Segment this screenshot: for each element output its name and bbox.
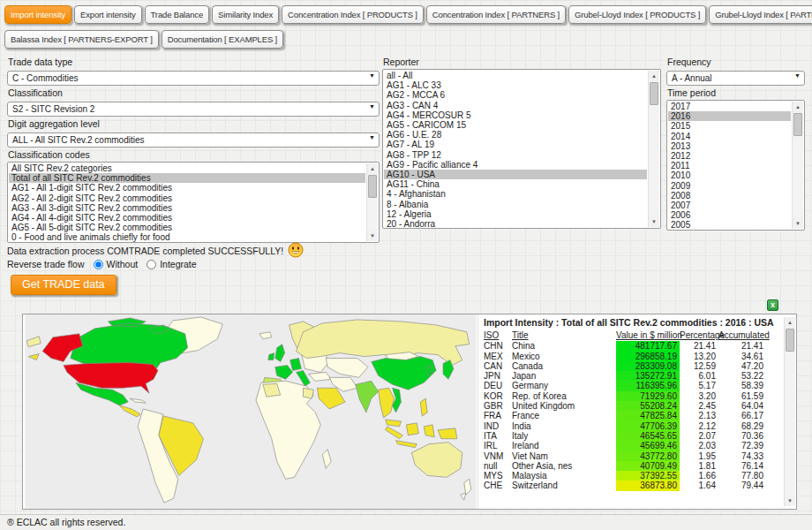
- frequency-select[interactable]: A - Annual: [666, 71, 805, 86]
- table-row: FRA France 47825.84 2.13 66.17: [484, 411, 784, 420]
- tab[interactable]: Concentration Index [ PARTNERS ]: [426, 5, 566, 24]
- classification-select[interactable]: S2 - SITC Revision 2: [7, 102, 380, 117]
- scrollbar[interactable]: ▲ ▼: [792, 102, 803, 229]
- tab[interactable]: Documentation [ EXAMPLES ]: [162, 30, 283, 49]
- list-option[interactable]: AG10 - USA: [384, 170, 647, 179]
- table-row: CHE Switzerland 36873.80 1.64 79.44: [484, 481, 784, 490]
- list-option[interactable]: AG9 - Pacific alliance 4: [384, 160, 647, 170]
- results-table: Import Intensity : Total of all SITC Rev…: [478, 314, 796, 509]
- cell-iso: MEX: [484, 352, 512, 361]
- reporter-column: Reporter ▲ ▼ all - AllAG1 - ALC 33AG2 - …: [382, 55, 661, 229]
- list-option[interactable]: 2007: [668, 201, 791, 210]
- list-option[interactable]: 2015: [668, 121, 791, 131]
- list-option[interactable]: AG3 - All 3-digit SITC Rev.2 commodities: [9, 203, 365, 213]
- list-option[interactable]: AG2 - MCCA 6: [384, 90, 647, 100]
- tab[interactable]: Import intensity: [4, 5, 71, 24]
- table-row: DEU Germany 116395.96 5.17 58.39: [484, 381, 784, 390]
- cell-value: 36873.80: [616, 481, 680, 490]
- scrollbar[interactable]: ▲ ▼: [366, 163, 378, 241]
- scrollbar[interactable]: ▲ ▼: [784, 317, 795, 506]
- trade-data-type-select[interactable]: C - Commodities: [7, 71, 380, 86]
- tab[interactable]: Concentration Index [ PRODUCTS ]: [282, 5, 424, 24]
- list-option[interactable]: 2005: [668, 220, 791, 230]
- cell-accumulated: 77.80: [718, 471, 766, 481]
- tab[interactable]: Trade Balance: [145, 5, 210, 24]
- list-option[interactable]: 8 - Albania: [384, 200, 647, 209]
- list-option[interactable]: 4 - Afghanistan: [384, 189, 647, 199]
- list-option[interactable]: AG8 - TPP 12: [384, 150, 647, 160]
- list-option[interactable]: AG4 - MERCOSUR 5: [384, 110, 647, 120]
- header-accumulated[interactable]: Accumulated: [718, 330, 766, 340]
- list-option[interactable]: AG7 - AL 19: [384, 140, 647, 149]
- list-option[interactable]: 2006: [668, 210, 791, 220]
- list-option[interactable]: 2012: [668, 151, 791, 161]
- list-option[interactable]: 12 - Algeria: [384, 209, 647, 219]
- list-option[interactable]: All SITC Rev.2 categories: [9, 163, 365, 173]
- cell-percentage: 5.17: [680, 381, 718, 390]
- reverse-flow-option[interactable]: Without: [94, 259, 139, 269]
- tab[interactable]: Grubel-Lloyd Index [ PARTNERS ]: [709, 5, 812, 24]
- reverse-flow-option[interactable]: Integrate: [147, 259, 196, 269]
- map-country-egypt[interactable]: [303, 388, 313, 398]
- cell-value: 47706.39: [616, 421, 680, 431]
- scrollbar[interactable]: ▲ ▼: [648, 71, 659, 227]
- scroll-down-icon[interactable]: ▼: [649, 216, 659, 227]
- scroll-thumb[interactable]: [793, 113, 802, 136]
- reverse-flow-radio[interactable]: [94, 260, 103, 269]
- scroll-down-icon[interactable]: ▼: [367, 231, 378, 241]
- list-option[interactable]: AG5 - CARICOM 15: [384, 120, 647, 130]
- header-iso[interactable]: ISO: [484, 330, 512, 340]
- tab[interactable]: Grubel-Lloyd Index [ PRODUCTS ]: [568, 5, 706, 24]
- list-option[interactable]: AG1 - ALC 33: [384, 80, 647, 90]
- list-option[interactable]: AG3 - CAN 4: [384, 101, 647, 110]
- scroll-thumb[interactable]: [786, 329, 794, 352]
- time-period-list[interactable]: ▲ ▼ 201720162015201420132012201120102009…: [666, 100, 805, 231]
- scroll-up-icon[interactable]: ▲: [649, 71, 659, 81]
- excel-export-icon[interactable]: x: [767, 299, 778, 311]
- cell-value: 481717.67: [616, 341, 680, 351]
- reverse-flow-radio[interactable]: [147, 260, 156, 269]
- list-option[interactable]: 2017: [668, 102, 791, 111]
- list-option[interactable]: AG6 - U.E. 28: [384, 130, 647, 140]
- cell-value: 37392.55: [616, 471, 680, 481]
- scroll-down-icon[interactable]: ▼: [785, 496, 795, 506]
- header-percentage[interactable]: Percentage: [680, 330, 718, 340]
- header-value[interactable]: Value in $ million: [616, 330, 680, 340]
- scroll-thumb[interactable]: [368, 175, 377, 198]
- list-option[interactable]: 2011: [668, 161, 791, 170]
- list-option[interactable]: AG1 - All 1-digit SITC Rev.2 commodities: [9, 183, 365, 193]
- scroll-thumb[interactable]: [650, 82, 658, 105]
- cell-accumulated: 72.39: [718, 441, 766, 450]
- list-option[interactable]: 2016: [668, 111, 791, 121]
- list-option[interactable]: all - All: [384, 71, 647, 80]
- reporter-list[interactable]: ▲ ▼ all - AllAG1 - ALC 33AG2 - MCCA 6AG3…: [382, 69, 661, 229]
- map-country-northwest-africa[interactable]: [263, 383, 281, 397]
- world-choropleth-map[interactable]: [23, 314, 478, 509]
- list-option[interactable]: Total of all SITC Rev.2 commodities: [9, 173, 365, 183]
- scroll-down-icon[interactable]: ▼: [793, 218, 803, 229]
- scroll-up-icon[interactable]: ▲: [785, 317, 795, 328]
- get-trade-data-button[interactable]: Get TRADE data: [11, 275, 117, 295]
- classification-codes-list[interactable]: ▲ ▼ All SITC Rev.2 categoriesTotal of al…: [7, 162, 380, 243]
- tab[interactable]: Similarity Index: [212, 5, 279, 24]
- tab[interactable]: Export intensity: [74, 5, 142, 24]
- cell-title: United Kingdom: [512, 401, 616, 411]
- list-option[interactable]: AG5 - All 5-digit SITC Rev.2 commodities: [9, 223, 365, 232]
- cell-iso: FRA: [484, 411, 512, 420]
- cell-accumulated: 66.17: [718, 411, 766, 420]
- list-option[interactable]: 2008: [668, 191, 791, 201]
- scroll-up-icon[interactable]: ▲: [793, 102, 803, 112]
- list-option[interactable]: 2014: [668, 132, 791, 141]
- tab[interactable]: Balassa Index [ PARTNERS-EXPORT ]: [4, 30, 159, 49]
- list-option[interactable]: AG11 - China: [384, 179, 647, 189]
- scroll-up-icon[interactable]: ▲: [367, 163, 378, 174]
- list-option[interactable]: 20 - Andorra: [384, 219, 647, 229]
- digit-aggregation-select[interactable]: ALL - All SITC Rev.2 commodities: [7, 132, 380, 148]
- list-option[interactable]: AG2 - All 2-digit SITC Rev.2 commodities: [9, 193, 365, 203]
- list-option[interactable]: 2010: [668, 170, 791, 180]
- list-option[interactable]: 2009: [668, 181, 791, 191]
- header-title[interactable]: Title: [512, 330, 616, 340]
- list-option[interactable]: AG4 - All 4-digit SITC Rev.2 commodities: [9, 213, 365, 223]
- table-row: CAN Canada 283309.08 12.59 47.20: [484, 361, 784, 371]
- list-option[interactable]: 2013: [668, 141, 791, 151]
